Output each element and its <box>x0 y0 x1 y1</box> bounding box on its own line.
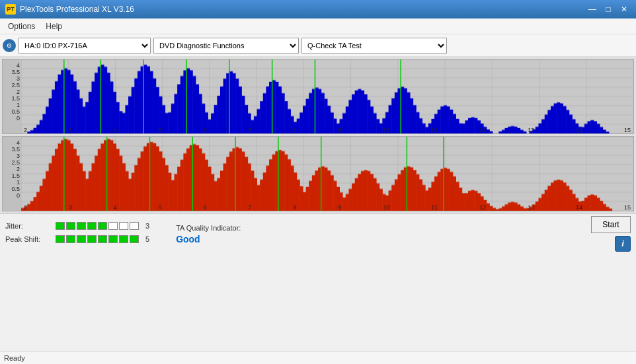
maximize-button[interactable]: □ <box>602 3 615 15</box>
jitter-row: Jitter: 3 <box>5 222 149 230</box>
menu-options[interactable]: Options <box>3 20 40 32</box>
peak-shift-label: Peak Shift: <box>5 235 52 243</box>
menu-help[interactable]: Help <box>40 20 67 32</box>
title-bar-left: PT PlexTools Professional XL V3.16 <box>5 4 134 15</box>
jitter-bar <box>56 222 139 230</box>
peak-shift-bar <box>56 235 139 243</box>
close-button[interactable]: ✕ <box>617 3 631 15</box>
jitter-block-2 <box>66 222 75 230</box>
red-x-axis: 2 3 4 5 6 7 8 9 10 11 12 13 14 15 <box>21 200 633 211</box>
red-chart-container: 4 3.5 3 2.5 2 1.5 1 0.5 0 2 3 4 5 6 7 8 … <box>2 136 634 211</box>
ta-quality-label: TA Quality Indicator: <box>176 224 241 232</box>
ta-quality-value: Good <box>176 234 200 244</box>
jitter-block-1 <box>56 222 65 230</box>
peak-block-8 <box>130 235 139 243</box>
peak-shift-value: 5 <box>145 235 149 243</box>
jitter-block-6 <box>108 222 118 230</box>
peak-block-5 <box>98 235 107 243</box>
peak-block-3 <box>77 235 86 243</box>
blue-chart-body: 2 3 4 5 6 7 8 9 10 11 12 13 14 15 <box>21 59 633 133</box>
peak-block-4 <box>87 235 97 243</box>
peak-block-7 <box>119 235 128 243</box>
bottom-panel: Jitter: 3 Peak Shift: <box>0 213 636 253</box>
function-select[interactable]: DVD Diagnostic Functions <box>153 38 299 54</box>
red-y-axis: 4 3.5 3 2.5 2 1.5 1 0.5 0 <box>3 137 21 211</box>
peak-shift-row: Peak Shift: 5 <box>5 235 149 243</box>
peak-block-6 <box>108 235 118 243</box>
red-chart-body: 2 3 4 5 6 7 8 9 10 11 12 13 14 15 <box>21 137 633 211</box>
window-title: PlexTools Professional XL V3.16 <box>20 5 134 14</box>
blue-y-axis: 4 3.5 3 2.5 2 1.5 1 0.5 0 <box>3 59 21 133</box>
jitter-value: 3 <box>145 222 149 230</box>
blue-x-axis: 2 3 4 5 6 7 8 9 10 11 12 13 14 15 <box>21 123 633 133</box>
jitter-block-7 <box>119 222 128 230</box>
peak-block-1 <box>56 235 65 243</box>
blue-chart-container: 4 3.5 3 2.5 2 1.5 1 0.5 0 2 3 4 5 6 7 8 … <box>2 59 634 134</box>
app-icon: PT <box>5 4 16 15</box>
drive-select[interactable]: HA:0 ID:0 PX-716A <box>19 38 151 54</box>
status-bar: Ready <box>0 351 636 364</box>
status-text: Ready <box>4 354 25 362</box>
ta-quality-section: TA Quality Indicator: Good <box>176 223 241 244</box>
toolbar: ⊙ HA:0 ID:0 PX-716A DVD Diagnostic Funct… <box>0 34 636 57</box>
minimize-button[interactable]: — <box>586 3 599 15</box>
jitter-block-3 <box>77 222 86 230</box>
bottom-metrics: Jitter: 3 Peak Shift: <box>5 222 149 246</box>
jitter-block-4 <box>87 222 97 230</box>
drive-icon: ⊙ <box>3 39 16 52</box>
window-controls: — □ ✕ <box>586 3 631 15</box>
start-button[interactable]: Start <box>591 216 631 233</box>
jitter-block-5 <box>98 222 107 230</box>
menu-bar: Options Help <box>0 18 636 34</box>
charts-area: 4 3.5 3 2.5 2 1.5 1 0.5 0 2 3 4 5 6 7 8 … <box>0 57 636 213</box>
info-button[interactable]: i <box>615 236 631 252</box>
title-bar: PT PlexTools Professional XL V3.16 — □ ✕ <box>0 0 636 18</box>
jitter-label: Jitter: <box>5 222 52 230</box>
test-select[interactable]: Q-Check TA Test <box>301 38 447 54</box>
peak-block-2 <box>66 235 75 243</box>
right-buttons: Start i <box>591 216 631 252</box>
jitter-block-8 <box>130 222 139 230</box>
